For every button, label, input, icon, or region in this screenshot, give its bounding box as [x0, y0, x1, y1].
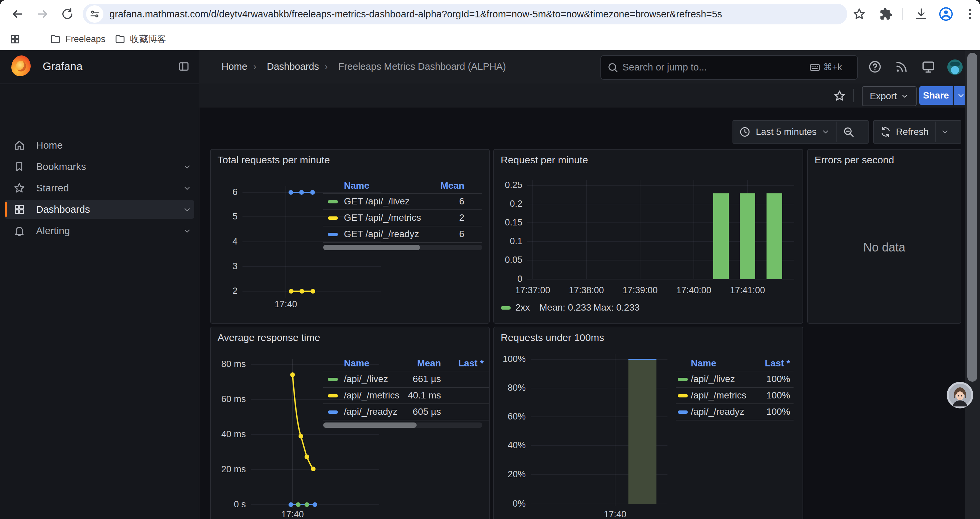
panel-average-response-time[interactable]: Average response time 80 ms 60 ms 40 ms … [210, 327, 490, 519]
panel-title: Errors per second [815, 154, 894, 166]
x-tick: 17:41:00 [724, 285, 771, 295]
sidebar-item-bookmarks[interactable]: Bookmarks [0, 156, 199, 177]
breadcrumb-home[interactable]: Home [221, 50, 247, 83]
extensions-icon[interactable] [879, 7, 892, 21]
chevron-down-icon [957, 91, 965, 100]
screen: Freeleaps 收藏博客 Grafana Home Bookmarks [0, 0, 980, 519]
search-bar[interactable]: ⌘+k [600, 55, 858, 80]
legend-scrollbar-thumb[interactable] [323, 245, 420, 250]
x-tick: 17:37:00 [509, 285, 556, 295]
legend-col-name[interactable]: Name [691, 358, 716, 369]
series-last: 20.5 ms [476, 390, 490, 401]
search-input[interactable] [622, 56, 803, 78]
browser-menu-icon[interactable] [963, 7, 977, 21]
time-range-button[interactable]: Last 5 minutes [756, 126, 816, 137]
zoom-out-icon[interactable] [843, 126, 854, 138]
panel-request-per-minute[interactable]: Request per minute 0.25 0.2 0.15 0.1 0.0… [493, 149, 803, 324]
panel-errors-per-second[interactable]: Errors per second No data [807, 149, 961, 324]
series-mean: 661 µs [374, 374, 441, 385]
dock-menu-icon[interactable] [177, 60, 190, 73]
breadcrumb-dashboards[interactable]: Dashboards [267, 50, 319, 83]
sidebar-divider [0, 83, 199, 84]
search-shortcut: ⌘+k [823, 61, 842, 73]
chevron-down-icon[interactable] [183, 184, 191, 193]
reload-icon[interactable] [61, 7, 74, 21]
legend-row[interactable]: GET /api/_/metrics 2 [323, 210, 482, 226]
bookmark-label: 收藏博客 [130, 28, 166, 50]
legend-row[interactable]: GET /api/_/livez 6 [323, 194, 482, 209]
sidebar-item-starred[interactable]: Starred [0, 177, 199, 199]
forward-icon[interactable] [36, 7, 49, 21]
monitor-icon[interactable] [921, 60, 935, 74]
series-mean: 6 [398, 229, 464, 240]
area-fill [628, 359, 657, 504]
panel-requests-under-100ms[interactable]: Requests under 100ms 100% 80% 60% 40% 20… [493, 327, 803, 519]
legend-col-last[interactable]: Last * [458, 358, 490, 369]
bookmark-star-icon[interactable] [853, 7, 866, 21]
bar [740, 193, 755, 279]
chevron-down-icon[interactable] [183, 227, 191, 235]
refresh-interval-dropdown[interactable] [941, 128, 949, 136]
export-button[interactable]: Export [862, 86, 916, 106]
chevron-down-icon[interactable] [183, 163, 191, 171]
legend-row[interactable]: /api/_/readyz 605 µs 620 µs [323, 404, 489, 420]
apps-grid-icon[interactable] [10, 34, 21, 45]
chevron-down-icon[interactable] [821, 128, 830, 136]
bookmarks-bar: Freeleaps 收藏博客 [0, 28, 980, 50]
url-input[interactable] [110, 4, 810, 24]
legend-row[interactable]: GET /api/_/readyz 6 [323, 227, 482, 242]
series-last: 100% [724, 390, 790, 401]
x-tick: 17:40:00 [670, 285, 717, 295]
legend-col-mean[interactable]: Mean [374, 358, 441, 369]
grafana-sidebar: Grafana Home Bookmarks Starred [0, 50, 199, 519]
panel-total-requests[interactable]: Total requests per minute 6 5 4 3 2 17:4… [210, 149, 490, 324]
legend-scrollbar-thumb[interactable] [323, 423, 417, 428]
series-color-pill [678, 394, 688, 398]
sidebar-item-home[interactable]: Home [0, 134, 199, 156]
legend-row[interactable]: /api/_/livez 661 µs 646 µs [323, 371, 489, 387]
sidebar-item-dashboards[interactable]: Dashboards [0, 199, 199, 220]
help-icon[interactable] [868, 60, 882, 74]
legend-row[interactable]: /api/_/metrics 100% [676, 388, 794, 404]
series-color-pill [328, 233, 338, 236]
chevron-down-icon[interactable] [183, 205, 191, 214]
series-mean: 40.1 ms [374, 390, 441, 401]
series-mean: Mean: 0.233 [539, 302, 592, 313]
back-icon[interactable] [11, 7, 24, 21]
bell-icon [13, 225, 25, 237]
bookmark-label: Freeleaps [65, 28, 105, 50]
news-rss-icon[interactable] [895, 60, 908, 74]
star-icon [13, 182, 25, 194]
series-color-pill [678, 378, 688, 381]
bar [713, 193, 729, 279]
x-tick: 17:40 [595, 509, 635, 519]
share-button[interactable]: Share [919, 86, 953, 105]
legend-row[interactable]: /api/_/livez 100% [676, 371, 794, 387]
clock-icon [739, 126, 751, 137]
dashboards-grid-icon [13, 203, 25, 216]
legend-row[interactable]: /api/_/metrics 40.1 ms 20.5 ms [323, 388, 489, 404]
grafana-logo-icon[interactable] [11, 56, 31, 76]
legend-col-mean[interactable]: Mean [398, 180, 464, 191]
site-settings-icon[interactable] [86, 5, 103, 23]
floating-assistant-avatar[interactable] [947, 382, 973, 409]
legend-row[interactable]: /api/_/readyz 100% [676, 404, 794, 420]
legend-scrollbar[interactable] [323, 245, 482, 250]
page-scrollbar-thumb[interactable] [967, 53, 977, 382]
user-avatar[interactable] [947, 59, 963, 75]
profile-icon[interactable] [939, 7, 953, 21]
legend-col-name[interactable]: Name [344, 180, 369, 191]
favorite-star-icon[interactable] [833, 89, 846, 102]
series-mean: 605 µs [374, 406, 441, 417]
download-icon[interactable] [915, 7, 928, 21]
refresh-button[interactable]: Refresh [896, 126, 929, 137]
sidebar-item-alerting[interactable]: Alerting [0, 220, 199, 241]
series-last: 100% [724, 374, 790, 385]
series-mean: 2 [398, 212, 464, 223]
legend-col-last[interactable]: Last * [724, 358, 790, 369]
folder-icon [115, 34, 126, 45]
girl-avatar-icon [947, 382, 973, 409]
legend-col-name[interactable]: Name [344, 358, 369, 369]
sidebar-item-label: Bookmarks [36, 156, 86, 177]
legend-scrollbar[interactable] [323, 423, 482, 428]
